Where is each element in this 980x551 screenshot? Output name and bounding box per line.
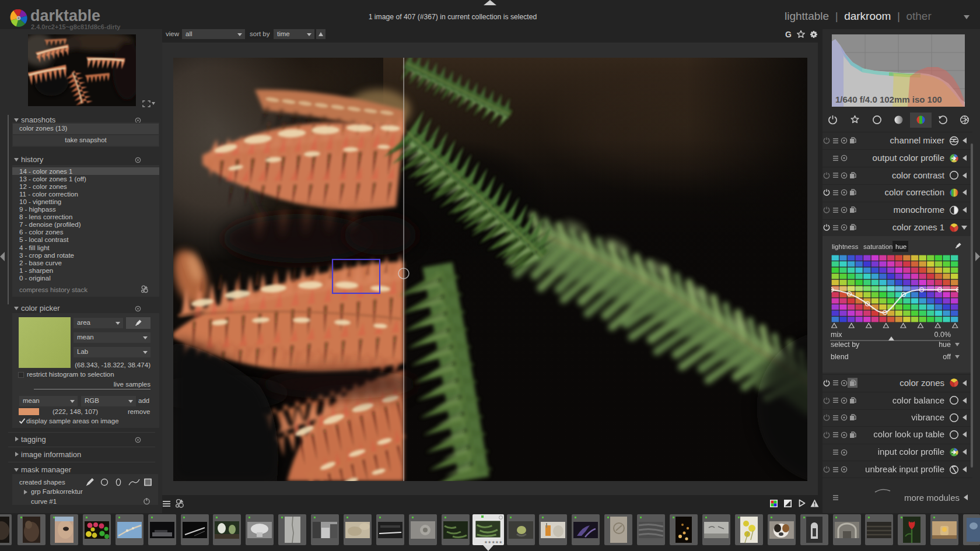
- svg-text:1/640 f/4.0 102mm iso 100: 1/640 f/4.0 102mm iso 100: [835, 94, 942, 104]
